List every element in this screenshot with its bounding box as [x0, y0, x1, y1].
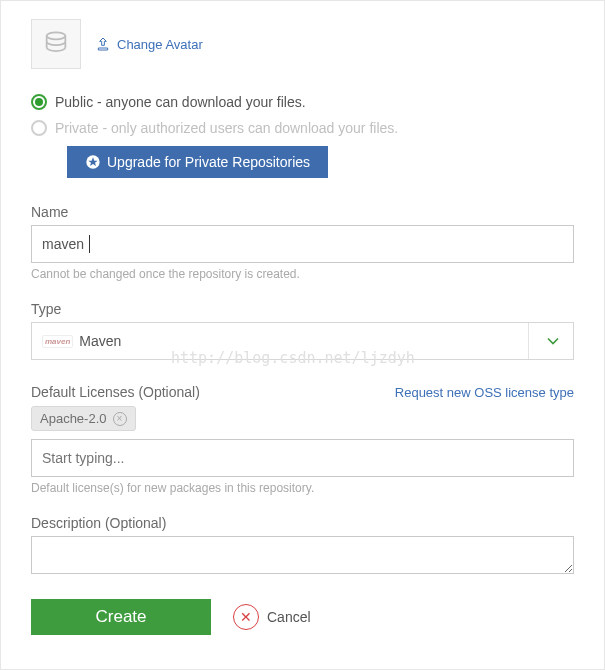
upgrade-label: Upgrade for Private Repositories [107, 154, 310, 170]
avatar-preview [31, 19, 81, 69]
license-chip[interactable]: Apache-2.0 × [31, 406, 136, 431]
create-button[interactable]: Create [31, 599, 211, 635]
upload-icon [95, 35, 111, 53]
maven-logo-icon: maven [42, 335, 73, 348]
svg-point-0 [47, 32, 66, 39]
visibility-public-radio[interactable]: Public - anyone can download your files. [31, 94, 574, 110]
star-circle-icon [85, 154, 101, 170]
radio-checked-icon [31, 94, 47, 110]
cancel-button[interactable]: ✕ Cancel [233, 604, 311, 630]
type-select[interactable]: maven Maven [31, 322, 574, 360]
license-chip-label: Apache-2.0 [40, 411, 107, 426]
change-avatar-label: Change Avatar [117, 37, 203, 52]
radio-disabled-icon [31, 120, 47, 136]
visibility-private-label: Private - only authorized users can down… [55, 120, 398, 136]
visibility-private-radio: Private - only authorized users can down… [31, 120, 574, 136]
change-avatar-link[interactable]: Change Avatar [95, 35, 203, 53]
upgrade-button[interactable]: Upgrade for Private Repositories [67, 146, 328, 178]
visibility-public-label: Public - anyone can download your files. [55, 94, 306, 110]
database-icon [42, 30, 70, 58]
cancel-label: Cancel [267, 609, 311, 625]
licenses-helper: Default license(s) for new packages in t… [31, 481, 574, 495]
remove-chip-icon[interactable]: × [113, 412, 127, 426]
type-label: Type [31, 301, 574, 317]
licenses-input[interactable] [31, 439, 574, 477]
name-label: Name [31, 204, 574, 220]
description-textarea[interactable] [31, 536, 574, 574]
close-icon: ✕ [233, 604, 259, 630]
description-label: Description (Optional) [31, 515, 574, 531]
licenses-label: Default Licenses (Optional) [31, 384, 200, 400]
request-license-link[interactable]: Request new OSS license type [395, 385, 574, 400]
name-helper: Cannot be changed once the repository is… [31, 267, 574, 281]
chevron-down-icon [543, 331, 563, 351]
text-cursor [89, 235, 90, 253]
type-selected-value: Maven [79, 333, 121, 349]
name-input[interactable] [31, 225, 574, 263]
